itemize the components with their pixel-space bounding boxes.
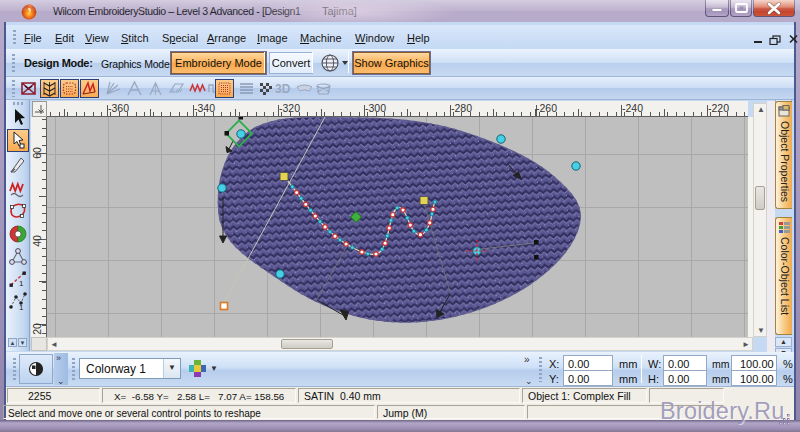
svg-text:1: 1	[19, 303, 24, 311]
svg-text:1: 1	[19, 279, 24, 288]
